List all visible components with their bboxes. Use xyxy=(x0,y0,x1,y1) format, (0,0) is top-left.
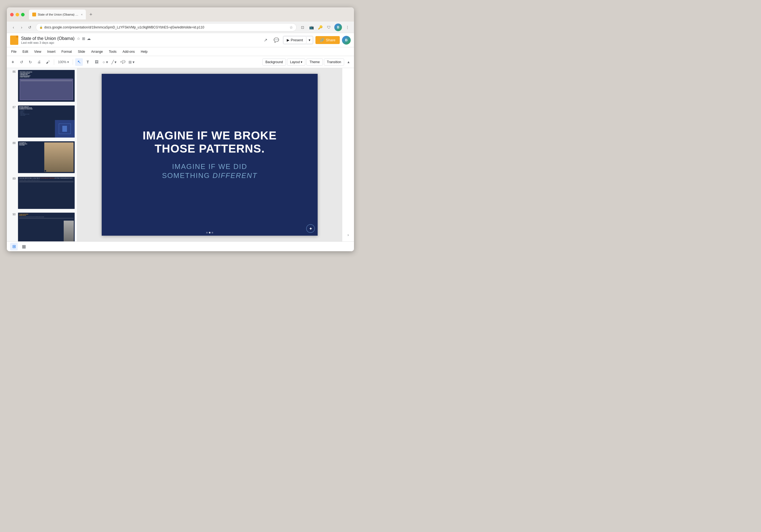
close-window-button[interactable] xyxy=(10,13,14,16)
profile-avatar[interactable]: B xyxy=(334,24,342,31)
bookmark-icon[interactable]: ☆ xyxy=(289,25,293,30)
slide-number-87: 87 xyxy=(9,105,16,109)
toolbar-divider-2 xyxy=(73,59,73,65)
list-item[interactable]: 90 TO HELP IN THE FIGHTAGAINST EBOLA by … xyxy=(7,211,77,241)
slide-subtitle-line4: SOMETHING xyxy=(162,171,210,180)
forward-button[interactable]: › xyxy=(18,24,25,30)
list-item[interactable]: 88 THE NUMBER OFNEW EBOLA CASESIS DECLIN… xyxy=(7,140,77,175)
slide-number-86: 86 xyxy=(9,70,16,73)
slides-logo xyxy=(10,35,18,45)
menu-view[interactable]: View xyxy=(31,49,44,55)
film-view-button[interactable]: ▦ xyxy=(20,243,28,250)
last-edit-text: Last edit was 3 days ago xyxy=(21,41,258,44)
add-slide-button[interactable]: + xyxy=(9,58,17,66)
list-item[interactable]: 87 ANYTHING CONNECTEDTO ONLINE NETWORKS … xyxy=(7,104,77,139)
smart-compose-button[interactable]: ✦ xyxy=(306,224,315,233)
expand-panel-button[interactable]: › xyxy=(344,230,353,239)
activity-button[interactable]: ↗ xyxy=(261,36,270,44)
slide-dot xyxy=(206,232,208,233)
slide-thumbnail-89[interactable]: THE NIH HAS COMPLETED PHASE 1 CLINICAL T… xyxy=(18,177,75,209)
film-icon: ▦ xyxy=(22,244,26,249)
comment-button[interactable]: +💬 xyxy=(119,58,127,66)
tab-close-button[interactable]: × xyxy=(81,13,83,16)
menu-help[interactable]: Help xyxy=(138,49,150,55)
cloud-icon[interactable]: ☁ xyxy=(87,36,91,41)
slide-title-line1: IMAGINE IF WE BROKE xyxy=(143,129,277,142)
menu-edit[interactable]: Edit xyxy=(20,49,31,55)
present-label: Present xyxy=(291,38,303,42)
grid-view-button[interactable]: ⊞ xyxy=(10,243,18,250)
menu-file[interactable]: File xyxy=(9,49,19,55)
traffic-lights xyxy=(10,13,25,16)
back-button[interactable]: ‹ xyxy=(10,24,17,30)
menu-insert[interactable]: Insert xyxy=(44,49,58,55)
toolbar: + ↺ ↻ 🖨 🖌 100% ▾ ↖ T 🖼 ○ ▾ ╱ ▾ +💬 ⊞ ▾ Ba… xyxy=(7,56,354,68)
menu-arrange[interactable]: Arrange xyxy=(88,49,106,55)
menu-slide[interactable]: Slide xyxy=(75,49,88,55)
slide-subtitle-line3: IMAGINE IF WE DID xyxy=(172,162,247,171)
slide-thumbnail-87[interactable]: ANYTHING CONNECTEDTO ONLINE NETWORKS CAN… xyxy=(18,105,75,138)
menu-addons[interactable]: Add-ons xyxy=(120,49,138,55)
browser-tab[interactable]: State of the Union (Obama) - G × xyxy=(29,10,86,20)
shape-button[interactable]: ○ ▾ xyxy=(101,58,109,66)
grid-icon: ⊞ xyxy=(12,244,16,249)
list-item[interactable]: 86 PROPOSING LEGISLATIONTO BETTER PROTEC… xyxy=(7,68,77,104)
slide-number-90: 90 xyxy=(9,212,16,216)
background-button[interactable]: Background xyxy=(263,59,286,66)
bottom-bar: ⊞ ▦ xyxy=(7,241,354,251)
menu-format[interactable]: Format xyxy=(59,49,75,55)
comments-button[interactable]: 💬 xyxy=(272,36,281,44)
password-button[interactable]: 🔑 xyxy=(317,24,323,30)
slide-dot-active xyxy=(209,232,210,233)
toolbar-divider-1 xyxy=(54,59,54,65)
undo-button[interactable]: ↺ xyxy=(18,58,26,66)
browser-window: State of the Union (Obama) - G × + ‹ › ↺… xyxy=(7,7,354,251)
format-paint-button[interactable]: 🖌 xyxy=(44,58,52,66)
tab-favicon xyxy=(32,13,36,16)
layout-dropdown-icon: ▾ xyxy=(301,60,302,64)
browser-actions: ⊡ 📺 🔑 🛡 B ⋮ xyxy=(299,24,351,31)
header-actions: ↗ 💬 ▶ Present ▾ 🔗 Share B xyxy=(261,36,351,44)
folder-icon[interactable]: ⊞ xyxy=(82,36,85,41)
slide-canvas[interactable]: IMAGINE IF WE BROKE THOSE PATTERNS. IMAG… xyxy=(77,68,342,241)
print-button[interactable]: 🖨 xyxy=(35,58,43,66)
menu-tools[interactable]: Tools xyxy=(106,49,119,55)
menu-button[interactable]: ⋮ xyxy=(344,24,351,30)
redo-button[interactable]: ↻ xyxy=(27,58,34,66)
extensions-button[interactable]: ⊡ xyxy=(299,24,306,30)
text-box-button[interactable]: T xyxy=(84,58,91,66)
list-item[interactable]: 89 THE NIH HAS COMPLETED PHASE 1 CLINICA… xyxy=(7,175,77,210)
star-icon[interactable]: ☆ xyxy=(77,36,80,41)
present-icon: ▶ xyxy=(287,38,289,42)
collapse-toolbar-button[interactable]: ▲ xyxy=(345,59,352,65)
slide-thumbnail-88[interactable]: THE NUMBER OFNEW EBOLA CASESIS DECLINING xyxy=(18,141,75,173)
user-avatar[interactable]: B xyxy=(342,36,351,44)
layout-button[interactable]: Layout ▾ xyxy=(287,59,305,66)
main-slide[interactable]: IMAGINE IF WE BROKE THOSE PATTERNS. IMAG… xyxy=(102,74,318,236)
refresh-button[interactable]: ↺ xyxy=(27,24,33,30)
present-button[interactable]: ▶ Present xyxy=(283,36,307,44)
line-button[interactable]: ╱ ▾ xyxy=(110,58,118,66)
right-panel: › xyxy=(342,68,354,241)
share-button[interactable]: 🔗 Share xyxy=(316,36,340,44)
grid-button[interactable]: ⊞ ▾ xyxy=(128,58,135,66)
image-button[interactable]: 🖼 xyxy=(93,58,100,66)
cast-button[interactable]: 📺 xyxy=(308,24,315,30)
theme-button[interactable]: Theme xyxy=(307,59,322,66)
url-bar[interactable]: 🔒 docs.google.com/presentation/d/19xmmca… xyxy=(36,23,297,31)
nav-buttons: ‹ › ↺ xyxy=(10,24,33,30)
zoom-button[interactable]: 100% ▾ xyxy=(56,58,71,66)
present-dropdown-button[interactable]: ▾ xyxy=(307,36,313,44)
transition-button[interactable]: Transition xyxy=(324,59,344,66)
shields-button[interactable]: 🛡 xyxy=(325,24,332,30)
maximize-window-button[interactable] xyxy=(21,13,25,16)
tab-title: State of the Union (Obama) - G xyxy=(38,13,79,16)
select-tool-button[interactable]: ↖ xyxy=(75,58,83,66)
minimize-window-button[interactable] xyxy=(16,13,19,16)
slide-thumbnail-86[interactable]: PROPOSING LEGISLATIONTO BETTER PROTECTCO… xyxy=(18,70,75,102)
slide-thumbnail-90[interactable]: TO HELP IN THE FIGHTAGAINST EBOLA by wor… xyxy=(18,212,75,241)
new-tab-button[interactable]: + xyxy=(87,11,94,18)
slide-subtitle: IMAGINE IF WE DID SOMETHING DIFFERENT xyxy=(134,162,285,181)
slide-panel[interactable]: 86 PROPOSING LEGISLATIONTO BETTER PROTEC… xyxy=(7,68,77,241)
doc-title-area: State of the Union (Obama) ☆ ⊞ ☁ Last ed… xyxy=(21,36,258,44)
